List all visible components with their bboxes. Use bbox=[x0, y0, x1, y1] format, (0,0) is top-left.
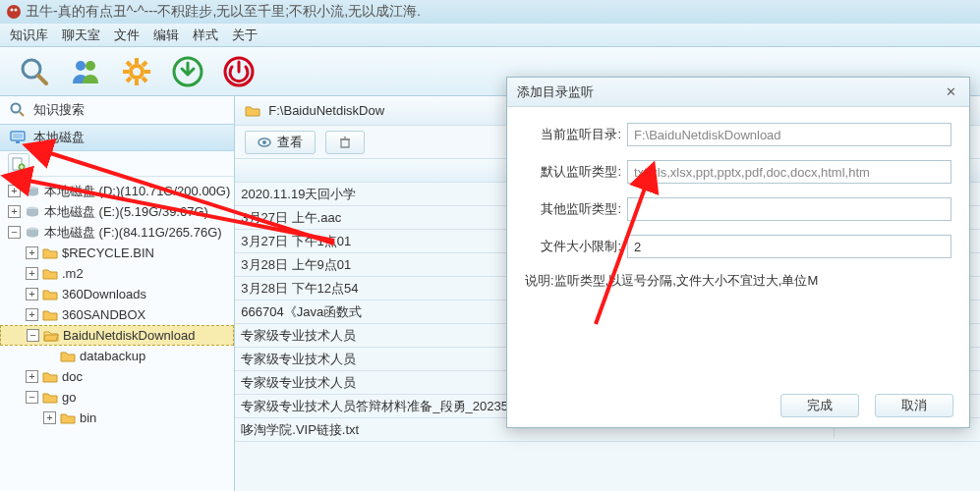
input-default-types[interactable] bbox=[627, 160, 951, 184]
disk-icon bbox=[25, 225, 40, 241]
sidebar-search-label: 知识搜索 bbox=[33, 101, 85, 119]
expand-icon[interactable]: + bbox=[8, 205, 21, 218]
tree-node-disk-d[interactable]: +本地磁盘 (D:)(110.71G/200.00G) bbox=[0, 181, 234, 201]
folder-icon bbox=[60, 410, 76, 426]
label-other-types: 其他监听类型: bbox=[525, 200, 621, 218]
input-current-dir[interactable] bbox=[627, 123, 951, 146]
expand-icon[interactable]: + bbox=[26, 246, 38, 259]
app-icon bbox=[6, 4, 22, 20]
tree-node-recycle[interactable]: +$RECYCLE.BIN bbox=[0, 243, 234, 263]
svg-point-1 bbox=[11, 9, 14, 12]
sidebar-item-localdisk[interactable]: 本地磁盘 bbox=[0, 124, 234, 151]
collapse-icon[interactable]: − bbox=[27, 329, 39, 342]
menu-chat[interactable]: 聊天室 bbox=[62, 27, 100, 44]
folder-icon bbox=[42, 287, 58, 302]
dialog-title: 添加目录监听 bbox=[517, 83, 594, 101]
svg-line-4 bbox=[38, 76, 46, 83]
tree-node-baidu[interactable]: −BaiduNetdiskDownload bbox=[0, 325, 234, 346]
window-title: 丑牛-真的有点丑^-^---不积跬步,无以至千里;不积小流,无以成江海. bbox=[26, 3, 421, 21]
search-icon[interactable] bbox=[18, 55, 51, 88]
add-listener-button[interactable] bbox=[8, 153, 29, 175]
folder-icon bbox=[42, 369, 58, 385]
label-default-types: 默认监听类型: bbox=[525, 163, 621, 181]
users-icon[interactable] bbox=[69, 55, 102, 88]
label-current-dir: 当前监听目录: bbox=[525, 126, 621, 143]
collapse-icon[interactable]: − bbox=[8, 226, 21, 239]
breadcrumb-path: F:\BaiduNetdiskDow bbox=[268, 103, 384, 118]
svg-point-5 bbox=[76, 61, 86, 71]
row-default-types: 默认监听类型: bbox=[525, 160, 951, 184]
sidebar: 知识搜索 本地磁盘 +本地磁盘 (D:)(110.71G/200.00G) +本… bbox=[0, 96, 235, 491]
svg-point-6 bbox=[86, 61, 95, 71]
ok-button[interactable]: 完成 bbox=[780, 394, 859, 417]
monitor-icon bbox=[10, 130, 26, 145]
window-titlebar: 丑牛-真的有点丑^-^---不积跬步,无以至千里;不积小流,无以成江海. bbox=[0, 0, 980, 24]
disk-icon bbox=[25, 204, 40, 220]
sidebar-localdisk-label: 本地磁盘 bbox=[33, 129, 85, 146]
menubar: 知识库 聊天室 文件 编辑 样式 关于 bbox=[0, 24, 980, 47]
trash-icon bbox=[338, 136, 352, 149]
tree-node-disk-f[interactable]: −本地磁盘 (F:)(84.11G/265.76G) bbox=[0, 222, 234, 243]
add-listener-dialog: 添加目录监听 ✕ 当前监听目录: 默认监听类型: 其他监听类型: 文件大小限制:… bbox=[506, 77, 970, 428]
menu-knowledge[interactable]: 知识库 bbox=[10, 27, 48, 44]
svg-point-18 bbox=[12, 104, 21, 113]
folder-icon bbox=[42, 266, 58, 282]
svg-rect-21 bbox=[13, 134, 23, 138]
sidebar-sub-toolbar bbox=[0, 151, 234, 177]
view-button[interactable]: 查看 bbox=[245, 131, 316, 154]
cancel-button[interactable]: 取消 bbox=[875, 394, 953, 417]
expand-icon[interactable]: + bbox=[26, 370, 38, 383]
expand-icon[interactable]: + bbox=[26, 288, 38, 300]
close-icon[interactable]: ✕ bbox=[942, 83, 959, 101]
disk-tree[interactable]: +本地磁盘 (D:)(110.71G/200.00G) +本地磁盘 (E:)(5… bbox=[0, 177, 234, 491]
tree-node-doc[interactable]: +doc bbox=[0, 366, 234, 387]
toolbar-button-2[interactable] bbox=[325, 131, 365, 154]
folder-open-icon bbox=[43, 328, 59, 344]
svg-line-15 bbox=[143, 62, 146, 66]
svg-line-19 bbox=[20, 112, 24, 116]
page-plus-icon bbox=[12, 157, 26, 171]
dialog-titlebar: 添加目录监听 ✕ bbox=[507, 78, 969, 107]
disk-icon bbox=[25, 184, 40, 199]
svg-point-7 bbox=[131, 66, 143, 78]
folder-icon bbox=[42, 390, 58, 406]
row-size-limit: 文件大小限制: bbox=[525, 235, 951, 258]
menu-edit[interactable]: 编辑 bbox=[153, 27, 179, 44]
tree-node-databackup[interactable]: databackup bbox=[0, 346, 234, 366]
folder-icon bbox=[42, 307, 58, 323]
label-size-limit: 文件大小限制: bbox=[525, 238, 621, 255]
expand-icon[interactable]: + bbox=[26, 267, 38, 280]
power-icon[interactable] bbox=[222, 55, 256, 88]
magnifier-icon bbox=[10, 102, 26, 118]
tree-node-360sandbox[interactable]: +360SANDBOX bbox=[0, 304, 234, 325]
folder-icon bbox=[60, 349, 76, 364]
tree-node-go[interactable]: −go bbox=[0, 387, 234, 408]
folder-icon bbox=[42, 246, 58, 261]
expand-icon[interactable]: + bbox=[8, 185, 21, 197]
input-other-types[interactable] bbox=[627, 197, 951, 221]
tree-node-bin[interactable]: +bin bbox=[0, 408, 234, 428]
row-other-types: 其他监听类型: bbox=[525, 197, 951, 221]
tree-node-360downloads[interactable]: +360Downloads bbox=[0, 284, 234, 304]
svg-point-29 bbox=[262, 140, 266, 144]
eye-icon bbox=[258, 136, 271, 149]
gear-icon[interactable] bbox=[120, 55, 153, 88]
expand-icon[interactable]: + bbox=[26, 308, 38, 321]
svg-line-14 bbox=[127, 78, 131, 82]
svg-point-2 bbox=[15, 9, 18, 12]
svg-line-13 bbox=[143, 78, 146, 82]
sidebar-item-search[interactable]: 知识搜索 bbox=[0, 96, 234, 124]
dialog-note: 说明:监听类型,以逗号分隔,文件大小不宜过大,单位M bbox=[525, 272, 951, 290]
folder-icon bbox=[245, 103, 260, 119]
input-size-limit[interactable] bbox=[627, 235, 951, 258]
menu-about[interactable]: 关于 bbox=[232, 27, 258, 44]
download-icon[interactable] bbox=[171, 55, 204, 88]
expand-icon[interactable]: + bbox=[43, 411, 56, 424]
svg-point-0 bbox=[7, 5, 21, 19]
tree-node-m2[interactable]: +.m2 bbox=[0, 263, 234, 284]
svg-line-12 bbox=[127, 62, 131, 66]
menu-file[interactable]: 文件 bbox=[114, 27, 140, 44]
collapse-icon[interactable]: − bbox=[26, 391, 38, 404]
tree-node-disk-e[interactable]: +本地磁盘 (E:)(5.19G/39.67G) bbox=[0, 201, 234, 222]
menu-style[interactable]: 样式 bbox=[193, 27, 218, 44]
